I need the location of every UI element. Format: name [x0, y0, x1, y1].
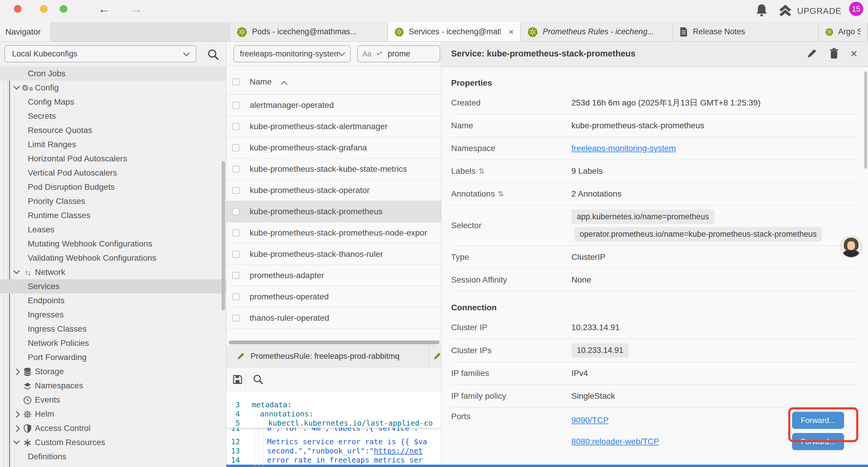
sidebar-item-network-policies[interactable]: Network Policies	[0, 336, 226, 350]
service-row[interactable]: kube-prometheus-stack-prometheus	[226, 201, 441, 222]
close-icon[interactable]: ×	[850, 48, 857, 59]
chevron-right-icon[interactable]	[13, 425, 20, 432]
row-checkbox[interactable]	[232, 102, 239, 109]
sidebar-item-label: Cron Jobs	[28, 69, 66, 78]
edit-pencil-icon[interactable]	[806, 48, 817, 59]
port-link[interactable]: 9090/TCP	[571, 415, 609, 425]
sidebar-item-port-forwarding[interactable]: Port Forwarding	[0, 350, 226, 364]
sidebar-item-network[interactable]: ↑↓Network	[0, 265, 226, 279]
namespace-select[interactable]: freeleaps-monitoring-system	[234, 45, 351, 62]
sidebar-item-pod-disruption-budgets[interactable]: Pod Disruption Budgets	[0, 180, 226, 194]
sort-arrows-icon[interactable]: ⇅	[478, 167, 485, 175]
sidebar-item-horizontal-pod-autoscalers[interactable]: Horizontal Pod Autoscalers	[0, 152, 226, 166]
avatar[interactable]	[840, 236, 862, 258]
notifications-bell-icon[interactable]	[755, 3, 768, 18]
list-search-input[interactable]: Aa ▪* prome	[357, 45, 440, 62]
detail-label: Created	[451, 98, 571, 108]
tab-release[interactable]: Release Notes	[673, 22, 818, 41]
chevron-right-icon[interactable]	[13, 411, 20, 418]
navigator-panel-tab[interactable]: Navigator	[0, 22, 50, 41]
sidebar-item-runtime-classes[interactable]: Runtime Classes	[0, 208, 226, 223]
notification-count-badge[interactable]: 15	[849, 2, 863, 16]
forward-button[interactable]: →	[131, 2, 143, 16]
tab-pods[interactable]: Pods - icecheng@mathmas...	[230, 22, 388, 41]
tab-prometheus[interactable]: Prometheus Rules - icecheng...	[521, 22, 673, 41]
row-checkbox[interactable]	[232, 293, 239, 300]
close-tab-icon[interactable]: ×	[508, 27, 514, 37]
sort-ascending-icon[interactable]	[281, 81, 288, 88]
chevron-down-icon[interactable]	[13, 438, 20, 444]
service-row[interactable]: kube-prometheus-stack-grafana	[226, 137, 441, 158]
sidebar-item-access-control[interactable]: Access Control	[0, 421, 226, 435]
sidebar-item-services[interactable]: Services	[0, 279, 226, 293]
row-checkbox[interactable]	[232, 166, 239, 173]
service-row[interactable]: prometheus-adapter	[226, 265, 441, 286]
chevron-down-icon[interactable]	[13, 267, 20, 274]
sidebar-item-cron-jobs[interactable]: Cron Jobs	[0, 66, 226, 81]
service-row[interactable]: kube-prometheus-stack-operator	[226, 180, 441, 201]
namespace-link[interactable]: freeleaps-monitoring-system	[571, 144, 676, 153]
sidebar-item-definitions[interactable]: Definitions	[0, 449, 226, 464]
chevron-right-icon[interactable]	[13, 369, 20, 375]
service-row[interactable]: kube-prometheus-stack-kube-state-metrics	[226, 158, 441, 180]
chevron-down-icon[interactable]	[13, 83, 20, 90]
sidebar-item-mutating-webhook-configurations[interactable]: Mutating Webhook Configurations	[0, 237, 226, 251]
row-checkbox[interactable]	[232, 251, 239, 258]
row-checkbox[interactable]	[232, 315, 239, 322]
yaml-editor[interactable]: 3metadata:4annotations:5kubectl.kubernet…	[226, 392, 441, 467]
service-row[interactable]: thanos-ruler-operated	[226, 308, 441, 329]
port-link[interactable]: 8080:reloader-web/TCP	[571, 437, 659, 446]
tab-argo[interactable]: Argo Se	[818, 22, 867, 41]
zoom-window-button[interactable]	[60, 5, 67, 13]
sidebar-item-leases[interactable]: Leases	[0, 223, 226, 237]
row-checkbox[interactable]	[232, 144, 239, 151]
detail-row-session-affinity: Session AffinityNone	[451, 269, 859, 291]
row-checkbox[interactable]	[232, 123, 239, 130]
sidebar-item-custom-resources[interactable]: Custom Resources	[0, 435, 226, 449]
match-case-icon[interactable]: Aa	[363, 50, 372, 58]
editor-search-icon[interactable]	[252, 374, 264, 385]
sort-arrows-icon[interactable]: ⇅	[498, 190, 504, 198]
sidebar-item-config-maps[interactable]: Config Maps	[0, 95, 226, 109]
sidebar-item-limit-ranges[interactable]: Limit Ranges	[0, 138, 226, 152]
sidebar-item-events[interactable]: Events	[0, 393, 226, 407]
regex-icon[interactable]: ▪*	[377, 50, 382, 58]
save-icon[interactable]	[231, 374, 243, 385]
sidebar-item-validating-webhook-configurations[interactable]: Validating Webhook Configurations	[0, 251, 226, 265]
row-checkbox[interactable]	[232, 272, 239, 279]
detail-scrollbar[interactable]	[864, 71, 867, 169]
sidebar-item-helm[interactable]: Helm	[0, 407, 226, 421]
kubeconfig-select[interactable]: Local Kubeconfigs	[4, 45, 196, 62]
service-row[interactable]: kube-prometheus-stack-prometheus-node-ex…	[226, 222, 441, 243]
sidebar-item-secrets[interactable]: Secrets	[0, 109, 226, 123]
editor-tab-prometheusrule[interactable]: PrometheusRule: freeleaps-prod-rabbitmq	[226, 346, 429, 367]
service-row[interactable]: kube-prometheus-stack-alertmanager	[226, 116, 441, 137]
minimize-window-button[interactable]	[40, 5, 48, 13]
delete-trash-icon[interactable]	[829, 48, 839, 59]
row-checkbox[interactable]	[232, 187, 239, 194]
sidebar-item-storage[interactable]: Storage	[0, 364, 226, 379]
sidebar-item-ingresses[interactable]: Ingresses	[0, 308, 226, 322]
close-window-button[interactable]	[14, 5, 22, 13]
editor-tab-next[interactable]	[429, 346, 441, 367]
sidebar-item-namespaces[interactable]: Namespaces	[0, 379, 226, 393]
row-checkbox[interactable]	[232, 208, 239, 215]
service-row[interactable]: alertmanager-operated	[226, 95, 441, 116]
sidebar-item-endpoints[interactable]: Endpoints	[0, 293, 226, 308]
back-button[interactable]: ←	[98, 2, 110, 16]
sidebar-item-config[interactable]: ⚙⚙Config	[0, 81, 226, 95]
sidebar-item-vertical-pod-autoscalers[interactable]: Vertical Pod Autoscalers	[0, 166, 226, 180]
sidebar-item-priority-classes[interactable]: Priority Classes	[0, 194, 226, 208]
horizontal-scrollbar[interactable]	[229, 341, 440, 344]
upgrade-button[interactable]: UPGRADE	[778, 4, 841, 18]
service-row[interactable]: prometheus-operated	[226, 286, 441, 308]
name-column-header[interactable]: Name	[250, 77, 272, 87]
sidebar-search-icon[interactable]	[207, 48, 220, 61]
select-all-checkbox[interactable]	[232, 78, 239, 85]
service-row[interactable]: kube-prometheus-stack-thanos-ruler	[226, 243, 441, 265]
sidebar-item-ingress-classes[interactable]: Ingress Classes	[0, 322, 226, 336]
sidebar-item-resource-quotas[interactable]: Resource Quotas	[0, 123, 226, 138]
sidebar-scrollbar[interactable]	[222, 161, 225, 310]
tab-services[interactable]: Services - icecheng@math...×	[388, 22, 521, 41]
row-checkbox[interactable]	[232, 229, 239, 236]
